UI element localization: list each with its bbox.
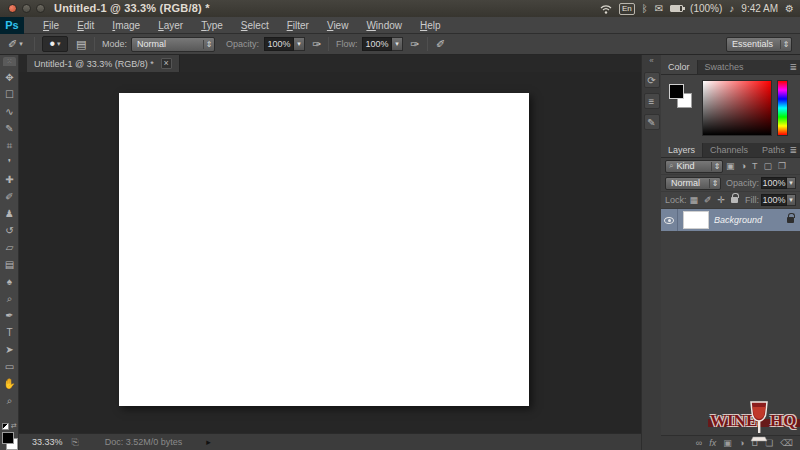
- hand-tool-button[interactable]: ✋: [0, 375, 19, 392]
- menu-edit[interactable]: Edit: [68, 17, 103, 34]
- layer-fill-arrow-icon[interactable]: ▾: [787, 194, 796, 206]
- foreground-color-swatch[interactable]: [2, 432, 14, 444]
- tab-paths[interactable]: Paths: [755, 143, 792, 157]
- battery-icon[interactable]: [670, 5, 683, 12]
- session-menu-icon[interactable]: ⚙: [785, 3, 794, 14]
- clock[interactable]: 9:42 AM: [741, 3, 778, 14]
- saturation-brightness-picker[interactable]: [702, 80, 772, 136]
- blend-opacity-row: Normal ⇕ Opacity: 100% ▾: [661, 175, 800, 192]
- tab-close-icon[interactable]: ×: [161, 58, 172, 69]
- tools-panel-grip[interactable]: [3, 57, 16, 66]
- active-tool-icon[interactable]: ✐: [8, 38, 17, 51]
- brush-tool-button[interactable]: ✐: [0, 188, 19, 205]
- clone-stamp-tool-button[interactable]: ♟: [0, 205, 19, 222]
- blend-mode-select[interactable]: Normal ⇕: [131, 37, 215, 52]
- opacity-slider-arrow-icon[interactable]: ▾: [294, 37, 305, 51]
- bluetooth-icon[interactable]: ᛒ: [642, 3, 648, 14]
- menu-image[interactable]: Image: [103, 17, 149, 34]
- filter-adjustment-layers-icon[interactable]: ◑: [741, 161, 746, 171]
- lock-transparency-icon[interactable]: ▦: [690, 195, 699, 205]
- filter-smart-objects-icon[interactable]: ❐: [778, 161, 786, 171]
- shape-tool-button[interactable]: ▭: [0, 358, 19, 375]
- panel-menu-icon[interactable]: ≣: [789, 145, 797, 155]
- filter-shape-layers-icon[interactable]: ▢: [763, 161, 772, 171]
- foreground-color-swatch[interactable]: [669, 84, 684, 99]
- window-minimize-button[interactable]: [22, 4, 31, 13]
- wifi-icon[interactable]: [600, 4, 612, 14]
- link-layers-icon[interactable]: ∞: [696, 438, 702, 448]
- pressure-opacity-icon[interactable]: ✑: [312, 38, 321, 51]
- brush-preset-picker[interactable]: • ▾: [42, 36, 68, 52]
- layer-opacity-arrow-icon[interactable]: ▾: [787, 177, 796, 189]
- tab-channels[interactable]: Channels: [703, 143, 755, 157]
- window-maximize-button[interactable]: [36, 4, 45, 13]
- tab-layers[interactable]: Layers: [661, 143, 703, 157]
- flow-slider-arrow-icon[interactable]: ▾: [392, 37, 403, 51]
- swap-colors-icon[interactable]: ⇄: [11, 422, 17, 430]
- dodge-tool-button[interactable]: ⌕: [0, 290, 19, 307]
- menu-window[interactable]: Window: [357, 17, 411, 34]
- window-close-button[interactable]: [8, 4, 17, 13]
- menu-help[interactable]: Help: [411, 17, 450, 34]
- lock-position-icon[interactable]: ✛: [718, 195, 726, 205]
- properties-panel-icon[interactable]: ≡: [644, 93, 660, 109]
- layer-fill-input[interactable]: 100%: [761, 194, 787, 206]
- menu-layer[interactable]: Layer: [149, 17, 192, 34]
- lock-all-icon[interactable]: [731, 197, 738, 203]
- mail-icon[interactable]: ✉: [655, 3, 663, 14]
- marquee-tool-button[interactable]: ☐: [0, 86, 19, 103]
- airbrush-icon[interactable]: ✑: [410, 38, 419, 51]
- history-panel-icon[interactable]: ⟳: [644, 72, 660, 88]
- layer-opacity-input[interactable]: 100%: [761, 177, 787, 189]
- panel-menu-icon[interactable]: ≣: [789, 62, 797, 72]
- layer-row-background[interactable]: Background: [661, 209, 800, 231]
- keyboard-layout-indicator[interactable]: En: [619, 3, 635, 15]
- eyedropper-tool-button[interactable]: ❜: [0, 154, 19, 171]
- layer-filter-kind-select[interactable]: ⌕ Kind ⇕: [665, 160, 723, 173]
- blur-tool-button[interactable]: ♠: [0, 273, 19, 290]
- default-colors-icon[interactable]: [2, 423, 9, 430]
- layer-name[interactable]: Background: [714, 215, 784, 225]
- tab-swatches[interactable]: Swatches: [698, 60, 751, 74]
- flow-input[interactable]: 100%: [362, 37, 392, 51]
- sound-icon[interactable]: ♪: [729, 3, 734, 14]
- menu-view[interactable]: View: [318, 17, 358, 34]
- hue-slider[interactable]: [777, 80, 788, 136]
- toggle-brush-panel-icon[interactable]: ▤: [76, 38, 86, 51]
- pen-tool-button[interactable]: ✒: [0, 307, 19, 324]
- type-tool-button[interactable]: T: [0, 324, 19, 341]
- tab-color[interactable]: Color: [661, 60, 698, 74]
- workspace-select[interactable]: Essentials ⇕: [726, 37, 792, 52]
- gradient-tool-button[interactable]: ▤: [0, 256, 19, 273]
- move-tool-button[interactable]: ✥: [0, 69, 19, 86]
- zoom-level-input[interactable]: 33.33%: [32, 437, 63, 447]
- expand-dock-icon[interactable]: «: [642, 55, 661, 67]
- filter-pixel-layers-icon[interactable]: ▣: [726, 161, 735, 171]
- history-brush-tool-button[interactable]: ↺: [0, 222, 19, 239]
- menu-select[interactable]: Select: [232, 17, 278, 34]
- quick-selection-tool-button[interactable]: ✎: [0, 120, 19, 137]
- document-tab[interactable]: Untitled-1 @ 33.3% (RGB/8) * ×: [27, 55, 180, 72]
- menu-type[interactable]: Type: [192, 17, 232, 34]
- menu-file[interactable]: File: [34, 17, 68, 34]
- path-selection-tool-button[interactable]: ➤: [0, 341, 19, 358]
- layer-blend-mode-select[interactable]: Normal ⇕: [665, 177, 721, 190]
- brush-smoothing-icon[interactable]: ✐: [436, 38, 445, 51]
- document-canvas[interactable]: [119, 93, 529, 406]
- opacity-input[interactable]: 100%: [264, 37, 294, 51]
- crop-tool-button[interactable]: ⌗: [0, 137, 19, 154]
- filter-type-layers-icon[interactable]: T: [752, 161, 758, 171]
- lasso-tool-button[interactable]: ∿: [0, 103, 19, 120]
- menu-filter[interactable]: Filter: [278, 17, 318, 34]
- flow-label: Flow:: [336, 39, 358, 49]
- zoom-tool-button[interactable]: ⌕: [0, 392, 19, 409]
- eraser-tool-button[interactable]: ▱: [0, 239, 19, 256]
- adjustments-panel-icon[interactable]: ✎: [644, 114, 660, 130]
- layer-visibility-toggle[interactable]: [661, 209, 678, 231]
- status-popup-arrow-icon[interactable]: ▸: [206, 437, 211, 447]
- tool-preset-arrow-icon[interactable]: ▾: [19, 40, 23, 48]
- lock-pixels-icon[interactable]: ✐: [704, 195, 712, 205]
- layer-thumbnail[interactable]: [683, 211, 709, 229]
- healing-brush-tool-button[interactable]: ✚: [0, 171, 19, 188]
- status-bar: 33.33% ⎘ Doc: 3.52M/0 bytes ▸: [19, 433, 641, 450]
